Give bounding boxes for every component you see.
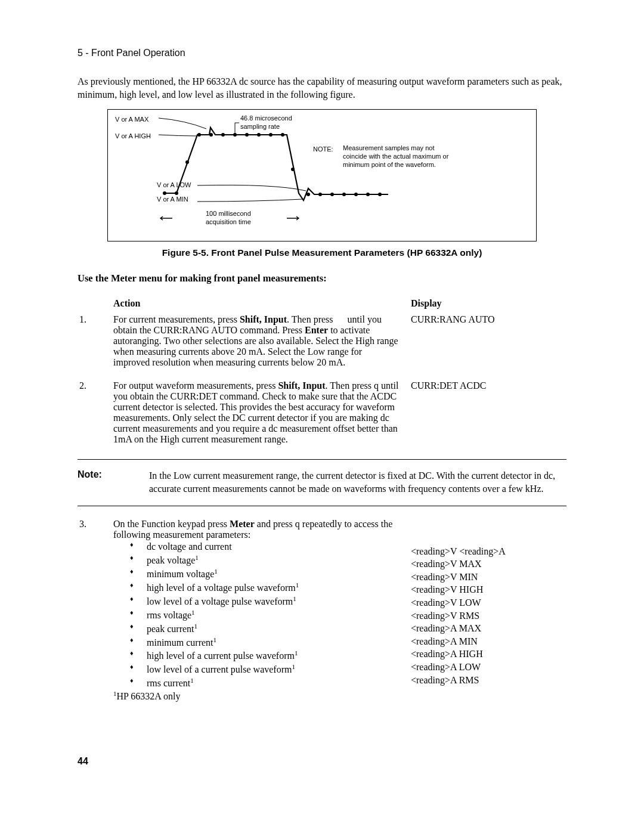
step-action: For output waveform measurements, press … <box>113 380 409 456</box>
list-item: high level of a current pulse waveform1 <box>130 649 400 662</box>
page: 5 - Front Panel Operation As previously … <box>0 0 644 803</box>
list-item: minimum voltage1 <box>130 567 400 581</box>
step-display: CURR:RANG AUTO <box>410 314 565 379</box>
param-label: high level of a voltage pulse waveform <box>147 583 296 593</box>
svg-point-3 <box>197 133 201 137</box>
superscript: 1 <box>195 554 199 561</box>
footnote: 1HP 66332A only <box>113 690 400 702</box>
waveform-diagram <box>108 110 537 235</box>
table-row: 3. On the Function keypad press Meter an… <box>79 518 565 713</box>
note-text: In the Low current measurement range, th… <box>149 469 566 495</box>
label-acq: 100 millisecond acquisition time <box>206 210 277 227</box>
label-max: V or A MAX <box>115 116 148 123</box>
superscript: 1 <box>213 636 217 643</box>
param-label: peak voltage <box>147 555 195 565</box>
svg-point-17 <box>366 193 370 196</box>
key-enter: Enter <box>305 325 328 335</box>
step-action: For current measurements, press Shift, I… <box>113 314 409 379</box>
key-shift-input: Shift, Input <box>240 314 287 324</box>
param-label: high level of a current pulse waveform <box>147 651 295 661</box>
label-note-text: Measurement samples may not coincide wit… <box>343 144 456 169</box>
svg-point-1 <box>175 191 178 195</box>
intro-paragraph: As previously mentioned, the HP 66332A d… <box>78 75 566 101</box>
superscript: 1 <box>194 623 198 630</box>
display-value: <reading>V HIGH <box>411 583 565 596</box>
display-value: <reading>A RMS <box>411 674 565 687</box>
display-value: <reading>V RMS <box>411 609 565 623</box>
label-high: V or A HIGH <box>115 132 151 140</box>
list-item: low level of a voltage pulse waveform1 <box>130 594 400 608</box>
param-label: low level of a current pulse waveform <box>147 665 292 675</box>
display-value: <reading>V MIN <box>411 571 565 584</box>
svg-point-10 <box>281 133 284 137</box>
list-item: peak current1 <box>130 622 400 636</box>
param-label: peak current <box>147 624 194 634</box>
display-value: <reading>V MAX <box>411 558 565 571</box>
step-action: On the Function keypad press Meter and p… <box>113 518 409 713</box>
col-action-header: Action <box>113 298 409 312</box>
display-value: <reading>A HIGH <box>411 648 565 661</box>
param-label: minimum current <box>147 637 213 648</box>
param-label: minimum voltage <box>147 569 214 579</box>
display-list: <reading>V <reading>A<reading>V MAX<read… <box>411 519 565 686</box>
list-item: rms current1 <box>130 676 400 690</box>
step-number: 3. <box>79 518 112 713</box>
display-value: <reading>A MAX <box>411 622 565 635</box>
svg-point-15 <box>342 193 346 196</box>
param-label: rms current <box>147 679 190 689</box>
list-item: low level of a current pulse waveform1 <box>130 662 400 676</box>
action-table-continued: 3. On the Function keypad press Meter an… <box>78 517 566 714</box>
svg-point-0 <box>163 191 166 195</box>
note-label: Note: <box>78 469 149 495</box>
svg-point-11 <box>291 168 295 171</box>
display-value: <reading>V LOW <box>411 596 565 609</box>
param-label: low level of a voltage pulse waveform <box>147 596 293 606</box>
text: For output waveform measurements, press <box>113 380 278 391</box>
superscript: 1 <box>293 595 296 602</box>
key-meter: Meter <box>230 519 255 529</box>
display-value: <reading>A LOW <box>411 661 565 674</box>
svg-point-14 <box>330 193 334 196</box>
superscript: 1 <box>292 663 295 670</box>
display-value: <reading>A MIN <box>411 635 565 648</box>
svg-point-16 <box>354 193 358 196</box>
list-item: high level of a voltage pulse waveform1 <box>130 581 400 594</box>
superscript: 1 <box>296 581 299 589</box>
label-low: V or A LOW <box>157 181 191 188</box>
list-item: peak voltage1 <box>130 553 400 567</box>
page-number: 44 <box>78 756 566 767</box>
svg-point-8 <box>257 133 261 137</box>
svg-point-13 <box>318 193 322 196</box>
param-label: dc voltage and current <box>147 541 232 552</box>
text: On the Function keypad press <box>113 519 230 529</box>
svg-point-12 <box>306 193 310 196</box>
param-label: rms voltage <box>147 610 191 620</box>
note-block: Note: In the Low current measurement ran… <box>78 459 566 506</box>
list-item: rms voltage1 <box>130 608 400 622</box>
step-display: CURR:DET ACDC <box>410 380 565 456</box>
col-display-header: Display <box>410 298 565 312</box>
superscript: 1 <box>190 677 194 684</box>
figure-caption: Figure 5-5. Front Panel Pulse Measuremen… <box>78 247 566 258</box>
display-value: <reading>V <reading>A <box>411 545 565 558</box>
svg-point-4 <box>209 133 213 137</box>
label-min: V or A MIN <box>157 196 188 203</box>
action-table: Action Display 1. For current measuremen… <box>78 296 566 457</box>
footnote-text: HP 66332A only <box>117 692 181 702</box>
table-header: Action Display <box>79 298 565 312</box>
superscript: 1 <box>191 609 195 616</box>
table-row: 1. For current measurements, press Shift… <box>79 314 565 379</box>
superscript: 1 <box>295 649 298 657</box>
table-row: 2. For output waveform measurements, pre… <box>79 380 565 456</box>
svg-point-5 <box>221 133 225 137</box>
svg-point-7 <box>245 133 249 137</box>
meter-subheading: Use the Meter menu for making front pane… <box>78 272 566 284</box>
svg-point-2 <box>185 160 189 164</box>
meter-parameters-list: dc voltage and currentpeak voltage1minim… <box>130 540 400 690</box>
step-number: 2. <box>79 380 112 456</box>
svg-point-9 <box>269 133 273 137</box>
figure-5-5: V or A MAX V or A HIGH V or A LOW V or A… <box>107 109 537 241</box>
svg-point-18 <box>378 193 382 196</box>
label-sampling: 46.8 microsecond sampling rate <box>240 114 306 131</box>
list-item: minimum current1 <box>130 636 400 649</box>
